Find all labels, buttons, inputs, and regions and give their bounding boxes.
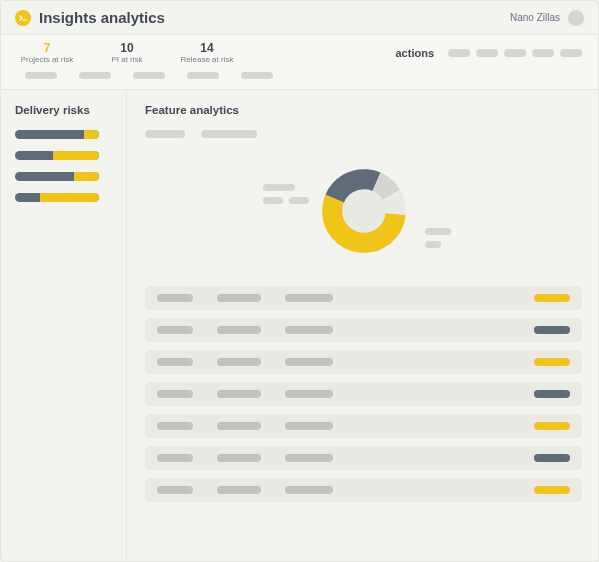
filter-pill[interactable]	[133, 72, 165, 79]
filter-pill[interactable]	[25, 72, 57, 79]
cell	[217, 294, 261, 302]
cell	[217, 358, 261, 366]
stat-value: 14	[179, 41, 235, 55]
stat-value: 10	[99, 41, 155, 55]
status-badge	[534, 326, 570, 334]
action-button[interactable]	[504, 49, 526, 57]
filter-pill[interactable]	[187, 72, 219, 79]
cell	[217, 422, 261, 430]
risk-bar[interactable]	[15, 130, 99, 139]
stat-label: Projects at risk	[19, 55, 75, 64]
donut-chart-area	[145, 156, 582, 266]
stats-bar: 7Projects at risk10PI at risk14Release a…	[1, 35, 598, 90]
cell	[285, 454, 333, 462]
table-row[interactable]	[145, 350, 582, 374]
stat-item[interactable]: 10PI at risk	[99, 41, 155, 64]
chart-legend-right	[425, 228, 451, 248]
avatar[interactable]	[568, 10, 584, 26]
cell	[157, 390, 193, 398]
cell	[285, 390, 333, 398]
cell	[217, 390, 261, 398]
table-row[interactable]	[145, 382, 582, 406]
table-row[interactable]	[145, 478, 582, 502]
action-button[interactable]	[476, 49, 498, 57]
cell	[157, 454, 193, 462]
feature-table	[145, 286, 582, 502]
cell	[157, 486, 193, 494]
stat-item[interactable]: 7Projects at risk	[19, 41, 75, 64]
stat-value: 7	[19, 41, 75, 55]
page-title: Insights analytics	[39, 9, 510, 26]
action-button[interactable]	[532, 49, 554, 57]
risk-bar[interactable]	[15, 151, 99, 160]
actions-label: actions	[395, 47, 434, 59]
cell	[285, 326, 333, 334]
risk-bar[interactable]	[15, 193, 99, 202]
chart-legend-left	[263, 184, 309, 204]
cell	[157, 294, 193, 302]
sidebar-title: Delivery risks	[15, 104, 112, 116]
header-bar: Insights analytics Nano Zillas	[1, 1, 598, 35]
cell	[157, 326, 193, 334]
content-tabs	[145, 130, 582, 138]
status-badge	[534, 294, 570, 302]
table-row[interactable]	[145, 414, 582, 438]
svg-point-1	[344, 191, 383, 230]
cell	[217, 486, 261, 494]
cell	[217, 326, 261, 334]
cell	[217, 454, 261, 462]
stat-label: PI at risk	[99, 55, 155, 64]
table-row[interactable]	[145, 318, 582, 342]
stat-label: Release at risk	[179, 55, 235, 64]
app-window: Insights analytics Nano Zillas 7Projects…	[0, 0, 599, 562]
cell	[157, 422, 193, 430]
filter-pill[interactable]	[79, 72, 111, 79]
table-row[interactable]	[145, 446, 582, 470]
status-badge	[534, 486, 570, 494]
action-button[interactable]	[448, 49, 470, 57]
sidebar: Delivery risks	[1, 90, 127, 562]
main-area: Delivery risks Feature analytics	[1, 90, 598, 562]
status-badge	[534, 390, 570, 398]
cell	[285, 294, 333, 302]
actions-area: actions	[395, 41, 582, 59]
status-badge	[534, 422, 570, 430]
risk-bar[interactable]	[15, 172, 99, 181]
cell	[285, 358, 333, 366]
secondary-filter-row	[1, 70, 598, 89]
cell	[285, 422, 333, 430]
content-panel: Feature analytics	[127, 90, 598, 562]
cell	[285, 486, 333, 494]
status-badge	[534, 454, 570, 462]
app-logo-icon	[15, 10, 31, 26]
status-badge	[534, 358, 570, 366]
filter-pill[interactable]	[241, 72, 273, 79]
action-button[interactable]	[560, 49, 582, 57]
tab-item[interactable]	[201, 130, 257, 138]
tab-item[interactable]	[145, 130, 185, 138]
user-name-label: Nano Zillas	[510, 12, 560, 23]
donut-chart	[322, 169, 406, 253]
stat-item[interactable]: 14Release at risk	[179, 41, 235, 64]
content-title: Feature analytics	[145, 104, 582, 116]
cell	[157, 358, 193, 366]
table-row[interactable]	[145, 286, 582, 310]
